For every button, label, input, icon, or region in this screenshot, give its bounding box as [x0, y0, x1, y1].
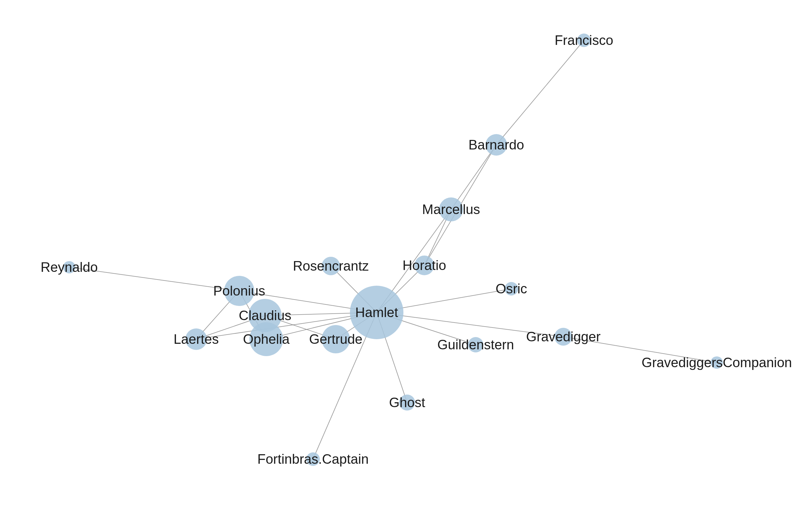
edge-Polonius-Reynaldo [69, 267, 239, 291]
node-Osric[interactable] [504, 282, 518, 295]
node-Laertes[interactable] [185, 328, 207, 350]
node-Gravedigger[interactable] [554, 328, 572, 346]
node-Polonius[interactable] [224, 276, 254, 306]
graph-svg [0, 0, 809, 532]
edge-Hamlet-Laertes [196, 312, 377, 339]
node-Ghost[interactable] [399, 395, 415, 411]
node-Marcellus[interactable] [439, 198, 463, 221]
edges-group [69, 40, 717, 459]
node-Francisco[interactable] [577, 34, 591, 47]
node-Guildenstern[interactable] [468, 337, 483, 353]
edge-Barnardo-Francisco [496, 40, 584, 145]
edge-Hamlet-Gravedigger [377, 312, 563, 337]
edge-Gravedigger-GravediggersCompanion [563, 337, 717, 363]
nodes-group [63, 34, 723, 466]
node-Horatio[interactable] [414, 256, 434, 275]
node-Ophelia[interactable] [249, 322, 283, 356]
node-Rosencrantz[interactable] [322, 257, 340, 275]
network-graph: HamletClaudiusPoloniusOpheliaGertrudeHor… [0, 0, 809, 532]
node-GravediggersCompanion[interactable] [711, 356, 723, 369]
node-Hamlet[interactable] [350, 286, 403, 339]
node-Barnardo[interactable] [485, 134, 507, 156]
node-Gertrude[interactable] [322, 325, 350, 353]
node-Reynaldo[interactable] [63, 261, 75, 273]
node-FortinbrasCaptain[interactable] [306, 452, 320, 466]
